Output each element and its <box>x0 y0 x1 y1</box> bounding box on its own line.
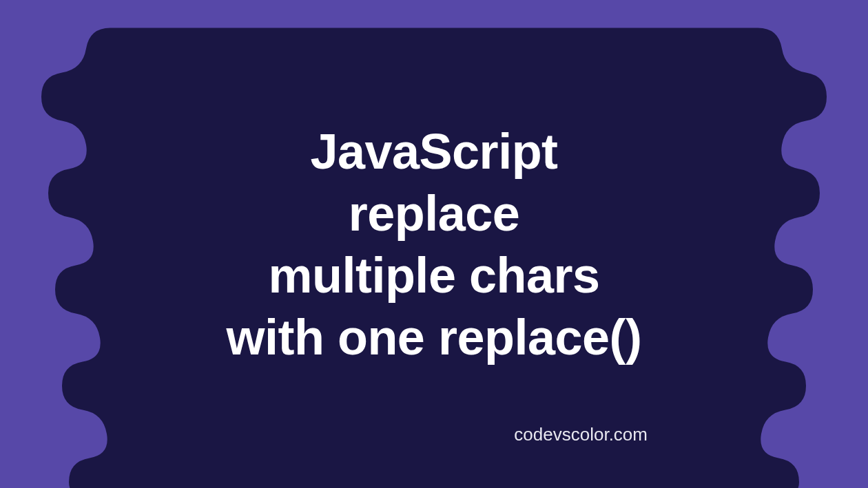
attribution-text: codevscolor.com <box>514 424 648 445</box>
content-wrapper: JavaScript replace multiple chars with o… <box>0 0 868 488</box>
headline-text: JavaScript replace multiple chars with o… <box>226 120 641 368</box>
